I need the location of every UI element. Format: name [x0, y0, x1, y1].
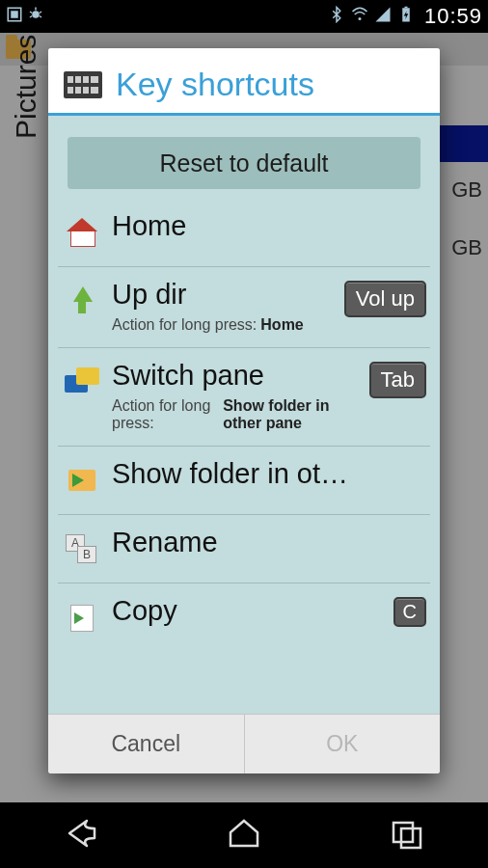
long-press-hint: Action for long press: Home: [112, 316, 339, 334]
svg-rect-21: [91, 87, 98, 94]
shortcut-label: Home: [112, 210, 426, 242]
shortcut-label: Switch pane: [112, 360, 364, 392]
svg-line-4: [30, 12, 32, 14]
svg-line-6: [30, 15, 32, 17]
shortcut-item-home[interactable]: Home: [58, 199, 430, 267]
keycap-vol-up[interactable]: Vol up: [344, 281, 426, 317]
bug-icon: [27, 6, 44, 28]
svg-rect-11: [404, 6, 407, 8]
shortcut-item-copy[interactable]: Copy C: [58, 583, 430, 651]
keycap-tab[interactable]: Tab: [369, 362, 426, 398]
key-shortcuts-dialog: Key shortcuts Reset to default Home Up d…: [48, 48, 440, 773]
up-arrow-icon: [62, 281, 102, 321]
bluetooth-icon: [328, 6, 345, 28]
cancel-button[interactable]: Cancel: [48, 715, 244, 773]
signal-icon: [374, 6, 392, 28]
status-bar: 10:59: [0, 0, 488, 33]
svg-rect-13: [64, 71, 102, 98]
folder-arrow-icon: [62, 460, 102, 501]
svg-rect-14: [68, 76, 73, 83]
battery-icon: [397, 6, 415, 28]
dialog-title: Key shortcuts: [116, 66, 314, 103]
ok-button-label: OK: [326, 731, 358, 757]
reset-button-label: Reset to default: [159, 149, 328, 177]
status-clock: 10:59: [424, 4, 482, 29]
svg-rect-17: [91, 76, 98, 83]
shortcut-label: Rename: [112, 527, 426, 558]
svg-rect-23: [401, 828, 420, 848]
keycap-c[interactable]: C: [393, 597, 426, 627]
shortcut-label: Copy: [112, 595, 388, 627]
svg-rect-22: [393, 823, 413, 842]
keyboard-icon: [64, 68, 102, 102]
shortcut-item-up-dir[interactable]: Up dir Action for long press: Home Vol u…: [58, 267, 430, 348]
dialog-footer: Cancel OK: [48, 714, 440, 773]
svg-marker-9: [375, 7, 390, 21]
svg-rect-19: [75, 87, 81, 94]
svg-point-8: [358, 17, 361, 20]
wifi-icon: [351, 6, 368, 28]
cancel-button-label: Cancel: [111, 731, 180, 757]
rename-icon: [62, 529, 102, 569]
svg-point-2: [32, 11, 40, 18]
home-icon: [62, 212, 102, 253]
ok-button[interactable]: OK: [244, 715, 441, 773]
dialog-header: Key shortcuts: [48, 48, 440, 116]
panes-icon: [62, 362, 102, 402]
shortcut-item-show-folder[interactable]: Show folder in ot…: [58, 447, 430, 515]
android-nav-bar: [0, 802, 488, 868]
recent-apps-button[interactable]: [386, 815, 428, 855]
svg-line-5: [40, 12, 41, 14]
shortcut-item-rename[interactable]: Rename: [58, 515, 430, 583]
shortcut-list[interactable]: Home Up dir Action for long press: Home …: [48, 199, 440, 714]
copy-icon: [62, 597, 102, 637]
svg-rect-15: [75, 76, 81, 83]
svg-line-7: [40, 15, 41, 17]
svg-rect-16: [83, 76, 89, 83]
svg-rect-1: [11, 11, 18, 18]
svg-rect-18: [68, 87, 73, 94]
shortcut-label: Show folder in ot…: [112, 458, 426, 490]
back-button[interactable]: [60, 815, 102, 855]
shortcut-item-switch-pane[interactable]: Switch pane Action for long press: Show …: [58, 348, 430, 447]
svg-rect-20: [83, 87, 89, 94]
notification-icon: [6, 6, 23, 28]
long-press-hint: Action for long press: Show folder in ot…: [112, 397, 364, 432]
reset-to-default-button[interactable]: Reset to default: [68, 137, 420, 189]
shortcut-label: Up dir: [112, 279, 339, 311]
home-button[interactable]: [223, 815, 265, 855]
